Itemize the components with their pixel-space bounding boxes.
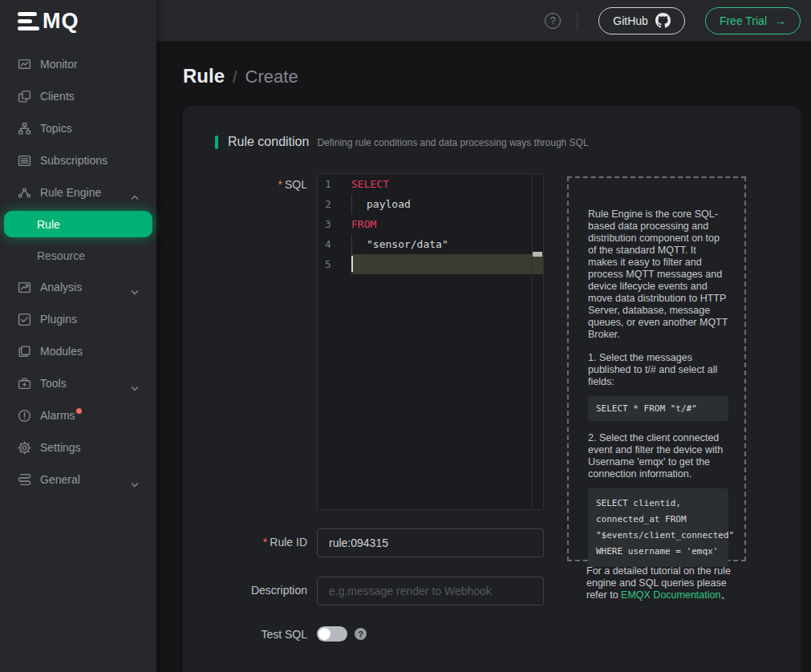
sidebar-item-label: Plugins bbox=[40, 313, 77, 326]
subscriptions-icon bbox=[18, 154, 31, 168]
sql-field: payload bbox=[351, 194, 411, 214]
section-subtitle: Defining rule conditions and data proces… bbox=[317, 137, 588, 148]
sidebar-item-label: General bbox=[40, 473, 80, 486]
test-sql-row: Test SQL ? bbox=[317, 626, 801, 642]
section-header: Rule condition Defining rule conditions … bbox=[215, 135, 801, 149]
line-number: 1 bbox=[318, 174, 351, 194]
emq-logo-text: MQ bbox=[43, 10, 79, 32]
breadcrumb-section[interactable]: Rule bbox=[183, 65, 225, 87]
editor-scrollbar[interactable] bbox=[532, 174, 543, 509]
code-line: SELECT clientid, bbox=[596, 496, 720, 512]
sidebar: MQ Monitor Clients Topics Subscriptions bbox=[0, 0, 156, 672]
help-symbol: ? bbox=[550, 15, 556, 26]
sidebar-nav: Monitor Clients Topics Subscriptions Rul… bbox=[0, 42, 156, 496]
line-number: 3 bbox=[318, 214, 351, 234]
sidebar-item-tools[interactable]: Tools bbox=[0, 367, 156, 399]
sidebar-item-label: Tools bbox=[40, 377, 67, 390]
sidebar-item-label: Subscriptions bbox=[40, 154, 107, 167]
sidebar-subitem-label: Resource bbox=[37, 249, 85, 262]
breadcrumb: Rule / Create bbox=[183, 65, 811, 87]
general-icon bbox=[18, 473, 31, 487]
rule-engine-icon bbox=[18, 186, 31, 200]
sidebar-item-label: Settings bbox=[40, 441, 81, 454]
rule-id-input[interactable] bbox=[317, 528, 544, 557]
analysis-icon bbox=[18, 281, 31, 294]
main-content: Rule / Create Rule condition Defining ru… bbox=[156, 41, 811, 672]
sidebar-item-label: Modules bbox=[40, 345, 83, 358]
rule-create-card: Rule condition Defining rule conditions … bbox=[183, 106, 801, 672]
code-line: "$events/client_connected" bbox=[596, 528, 720, 544]
editor-line: 1 SELECT bbox=[318, 174, 543, 194]
text-cursor bbox=[351, 256, 353, 272]
monitor-icon bbox=[18, 58, 31, 71]
editor-cursor-marker bbox=[533, 252, 542, 257]
chevron-up-icon bbox=[131, 190, 139, 196]
sql-label: *SQL bbox=[278, 178, 307, 191]
breadcrumb-separator: / bbox=[233, 68, 237, 87]
sidebar-item-topics[interactable]: Topics bbox=[0, 112, 156, 144]
toggle-knob bbox=[318, 628, 330, 640]
topbar: ? GitHub Free Trial → bbox=[156, 0, 811, 41]
help-code-sample-1: SELECT * FROM "t/#" bbox=[588, 396, 728, 421]
sidebar-item-label: Clients bbox=[40, 90, 75, 103]
github-button-label: GitHub bbox=[613, 14, 648, 27]
sidebar-item-modules[interactable]: Modules bbox=[0, 335, 156, 367]
help-step-1: 1. Select the messages published to t/# … bbox=[588, 352, 728, 388]
editor-active-line: 5 bbox=[318, 254, 543, 274]
topbar-divider bbox=[577, 12, 578, 30]
free-trial-label: Free Trial bbox=[720, 14, 767, 27]
sidebar-item-label: Alarms bbox=[40, 409, 75, 422]
code-line: connected_at FROM bbox=[596, 512, 720, 528]
emq-logo[interactable]: MQ bbox=[0, 0, 156, 42]
description-input[interactable] bbox=[317, 577, 544, 605]
sidebar-item-label: Monitor bbox=[40, 58, 78, 71]
sidebar-item-alarms[interactable]: Alarms bbox=[0, 399, 156, 431]
sidebar-item-monitor[interactable]: Monitor bbox=[0, 48, 156, 80]
chevron-down-icon bbox=[131, 477, 139, 483]
chevron-down-icon bbox=[131, 381, 139, 387]
sidebar-item-settings[interactable]: Settings bbox=[0, 431, 156, 464]
sql-keyword: FROM bbox=[351, 214, 376, 234]
free-trial-button[interactable]: Free Trial → bbox=[705, 7, 801, 34]
emqx-documentation-link[interactable]: EMQX Documentation bbox=[621, 589, 720, 601]
sidebar-item-analysis[interactable]: Analysis bbox=[0, 271, 156, 303]
sidebar-item-subscriptions[interactable]: Subscriptions bbox=[0, 144, 156, 176]
github-button[interactable]: GitHub bbox=[598, 7, 685, 34]
topics-icon bbox=[18, 122, 31, 136]
help-code-sample-2: SELECT clientid, connected_at FROM "$eve… bbox=[588, 488, 728, 567]
sidebar-item-general[interactable]: General bbox=[0, 464, 156, 496]
rule-engine-help-panel: Rule Engine is the core SQL-based data p… bbox=[567, 176, 746, 561]
arrow-right-icon: → bbox=[774, 14, 786, 27]
sidebar-item-label: Rule Engine bbox=[40, 186, 101, 199]
sidebar-item-rule-engine[interactable]: Rule Engine bbox=[0, 176, 156, 208]
description-label: Description bbox=[251, 584, 307, 597]
sidebar-item-label: Topics bbox=[40, 122, 72, 135]
test-sql-toggle[interactable] bbox=[317, 626, 347, 642]
settings-icon bbox=[18, 441, 31, 455]
section-title: Rule condition bbox=[228, 135, 309, 149]
sql-topic-string: "sensor/data" bbox=[351, 234, 448, 254]
help-icon[interactable]: ? bbox=[545, 13, 561, 29]
line-number: 2 bbox=[318, 194, 351, 214]
sql-code-editor[interactable]: 1 SELECT 2 payload 3 FROM 4 bbox=[317, 173, 544, 510]
sidebar-item-clients[interactable]: Clients bbox=[0, 80, 156, 112]
emq-logo-bars-icon bbox=[18, 12, 39, 30]
required-mark: * bbox=[278, 178, 282, 191]
sidebar-item-label: Analysis bbox=[40, 281, 82, 293]
line-number: 4 bbox=[318, 234, 351, 254]
test-sql-label: Test SQL bbox=[261, 628, 307, 641]
sidebar-subitem-rule[interactable]: Rule bbox=[4, 211, 152, 237]
modules-icon bbox=[18, 345, 31, 358]
line-number: 5 bbox=[318, 254, 351, 274]
rule-id-label: *Rule ID bbox=[263, 536, 307, 549]
help-intro: Rule Engine is the core SQL-based data p… bbox=[588, 208, 728, 341]
editor-line: 2 payload bbox=[318, 194, 543, 214]
sidebar-item-plugins[interactable]: Plugins bbox=[0, 303, 156, 335]
alarm-badge-dot bbox=[76, 408, 82, 414]
help-step-2: 2. Select the client connected event and… bbox=[588, 432, 728, 480]
sidebar-subitem-resource[interactable]: Resource bbox=[0, 240, 156, 271]
breadcrumb-page: Create bbox=[245, 67, 298, 87]
test-sql-help-icon[interactable]: ? bbox=[355, 628, 367, 640]
tools-icon bbox=[18, 377, 31, 391]
sidebar-subitem-label: Rule bbox=[37, 218, 60, 231]
